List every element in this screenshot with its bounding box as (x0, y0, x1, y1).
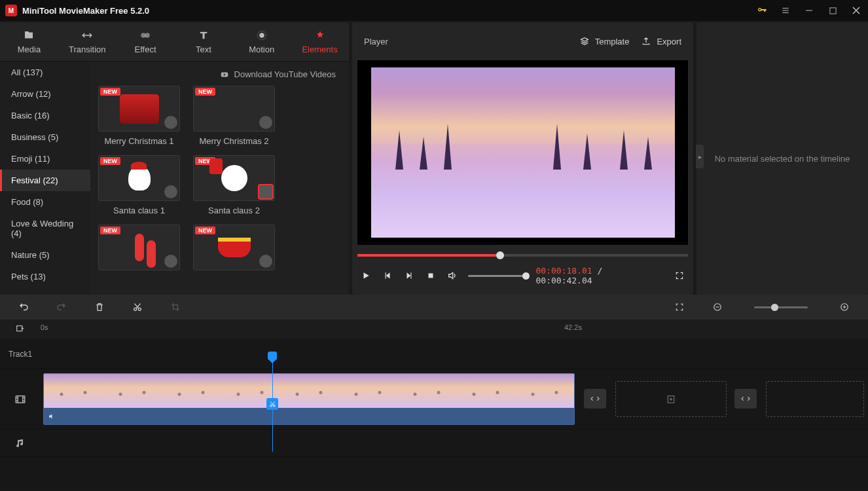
tab-text-label: Text (196, 45, 211, 54)
zoom-in-button[interactable] (838, 300, 851, 314)
tool-tabs: Media Transition Effect Text Motion Elem… (0, 22, 349, 62)
player-label: Player (364, 37, 568, 46)
element-label: Santa claus 2 (193, 201, 275, 221)
tab-motion[interactable]: Motion (232, 22, 291, 61)
add-track-button[interactable] (0, 324, 41, 335)
timeline: 0s 42.2s Track1 (0, 319, 868, 490)
tab-transition[interactable]: Transition (58, 22, 117, 61)
cut-button[interactable] (131, 300, 144, 314)
download-icon[interactable] (259, 116, 272, 129)
category-item[interactable]: Props (20) (0, 287, 90, 295)
element-thumb[interactable]: NEW (193, 155, 275, 201)
preview-area (357, 60, 688, 245)
clip-audio-icon (44, 408, 574, 424)
preview-image (371, 67, 675, 238)
element-thumb[interactable]: NEW (193, 225, 275, 270)
category-item[interactable]: Pets (13) (0, 266, 90, 287)
download-icon[interactable] (164, 255, 177, 268)
tracks-area[interactable]: Track1 (0, 339, 868, 490)
tab-effect[interactable]: Effect (117, 22, 175, 61)
element-label: Santa claus 1 (98, 201, 180, 221)
element-thumb[interactable]: NEW (98, 155, 180, 201)
inspector-message: No material selected on the timeline (715, 154, 850, 164)
video-clip[interactable] (43, 373, 575, 425)
new-badge: NEW (100, 227, 120, 234)
transition-slot-2[interactable] (734, 389, 757, 409)
element-thumb[interactable]: NEW (193, 86, 275, 132)
template-button[interactable]: Template (579, 36, 630, 46)
key-icon[interactable] (750, 0, 774, 21)
category-item[interactable]: Arrow (12) (0, 83, 90, 105)
element-label: Merry Christmas 2 (193, 132, 275, 152)
tab-transition-label: Transition (69, 45, 106, 54)
player-panel: Player Template Export (352, 22, 693, 295)
title-bar: M MiniTool MovieMaker Free 5.2.0 (0, 0, 868, 21)
video-track-row (0, 369, 868, 429)
close-button[interactable] (844, 0, 868, 21)
media-slot[interactable] (615, 381, 727, 417)
element-label: Merry Christmas 1 (98, 132, 180, 152)
element-thumb[interactable]: NEW (98, 225, 180, 270)
new-badge: NEW (195, 227, 215, 234)
category-item[interactable]: Business (5) (0, 126, 90, 148)
volume-icon[interactable] (446, 270, 458, 282)
time-ruler[interactable]: 0s 42.2s (0, 319, 868, 339)
tab-text[interactable]: Text (174, 22, 232, 61)
redo-button[interactable] (55, 300, 68, 314)
maximize-button[interactable] (821, 0, 844, 21)
tab-elements[interactable]: Elements (291, 22, 349, 61)
svg-rect-14 (16, 395, 25, 403)
zoom-slider[interactable] (754, 306, 808, 308)
next-button[interactable] (403, 270, 414, 282)
menu-icon[interactable] (774, 0, 797, 21)
minimize-button[interactable] (797, 0, 821, 21)
download-icon[interactable] (259, 255, 272, 268)
inspector-panel: ▸ No material selected on the timeline (696, 22, 868, 295)
audio-track-icon (0, 438, 41, 448)
category-item[interactable]: Basic (16) (0, 105, 90, 126)
category-item[interactable]: Festival (22) (0, 170, 90, 191)
crop-button[interactable] (169, 300, 182, 314)
category-item[interactable]: Emoji (11) (0, 148, 90, 170)
fullscreen-button[interactable] (674, 270, 685, 282)
media-slot-2[interactable] (766, 381, 864, 417)
download-youtube-link[interactable]: Download YouTube Videos (98, 68, 341, 86)
prev-button[interactable] (382, 270, 393, 282)
fit-button[interactable] (673, 300, 686, 314)
category-item[interactable]: Love & Wedding (4) (0, 213, 90, 244)
category-item[interactable]: Nature (5) (0, 244, 90, 266)
toolbox-panel: Media Transition Effect Text Motion Elem… (0, 22, 349, 295)
playhead-cut-icon[interactable] (266, 398, 278, 410)
zoom-out-button[interactable] (711, 300, 724, 314)
download-icon[interactable] (164, 185, 177, 198)
download-icon[interactable] (259, 185, 272, 198)
undo-button[interactable] (17, 300, 30, 314)
category-item[interactable]: Food (8) (0, 191, 90, 213)
elements-grid: Download YouTube Videos NEWMerry Christm… (90, 62, 349, 295)
svg-point-3 (259, 33, 264, 38)
volume-slider[interactable] (468, 275, 525, 277)
time-display: 00:00:18.01 / 00:00:42.04 (536, 266, 657, 285)
download-youtube-label: Download YouTube Videos (234, 69, 336, 79)
inspector-toggle[interactable]: ▸ (696, 145, 704, 168)
category-item[interactable]: All (137) (0, 62, 90, 83)
delete-button[interactable] (93, 300, 106, 314)
tab-media-label: Media (18, 45, 41, 54)
total-time: 00:00:42.04 (536, 276, 592, 285)
playhead[interactable] (272, 355, 273, 452)
element-thumb[interactable]: NEW (98, 86, 180, 132)
tab-elements-label: Elements (302, 45, 337, 54)
template-label: Template (595, 37, 630, 46)
stop-button[interactable] (425, 270, 436, 282)
edit-toolbar (0, 295, 868, 319)
track1-label: Track1 (0, 350, 41, 359)
play-button[interactable] (360, 270, 371, 282)
category-list[interactable]: All (137)Arrow (12)Basic (16)Business (5… (0, 62, 90, 295)
progress-bar[interactable] (357, 254, 688, 257)
transition-slot-1[interactable] (584, 389, 606, 409)
tab-media[interactable]: Media (0, 22, 58, 61)
new-badge: NEW (195, 88, 215, 96)
export-button[interactable]: Export (641, 36, 681, 46)
track-row-1: Track1 (0, 339, 868, 369)
download-icon[interactable] (164, 116, 177, 129)
